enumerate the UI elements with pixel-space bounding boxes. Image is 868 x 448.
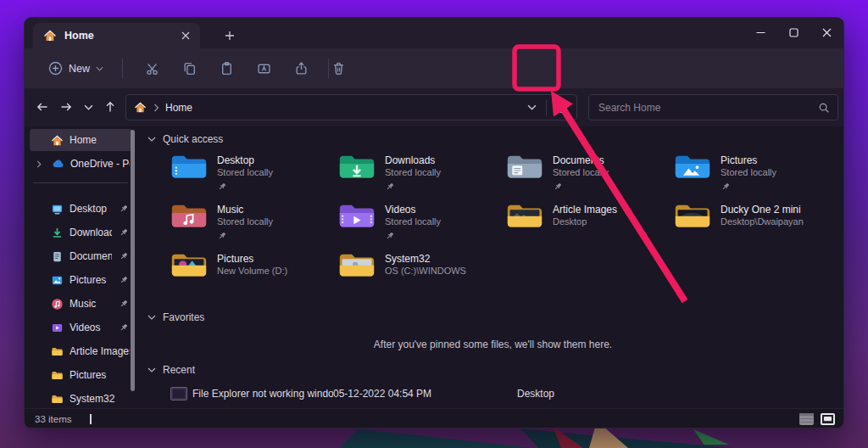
sidebar-item-article-images[interactable]: Article Images xyxy=(30,340,133,362)
tile-music[interactable]: Music Stored locally xyxy=(170,199,338,249)
sidebar-item-pictures-folder[interactable]: Pictures xyxy=(30,364,133,386)
pin-icon xyxy=(385,182,395,192)
copy-button[interactable] xyxy=(172,55,206,82)
tile-desktop[interactable]: Desktop Stored locally xyxy=(170,150,338,199)
tile-detail: Stored locally xyxy=(385,167,441,177)
paste-button[interactable] xyxy=(209,55,243,82)
large-icons-view-button[interactable] xyxy=(821,413,835,425)
plus-icon xyxy=(225,31,235,41)
sidebar-item-label: Videos xyxy=(70,322,112,333)
details-view-button[interactable] xyxy=(799,413,814,425)
folder-media-icon xyxy=(338,251,376,283)
recent-locations-button[interactable] xyxy=(77,95,99,119)
chevron-down-icon[interactable] xyxy=(147,367,156,372)
section-favorites[interactable]: Favorites xyxy=(147,311,204,323)
tile-ducky-one-2-mini[interactable]: Ducky One 2 mini Desktop\Dwaipayan xyxy=(674,199,842,249)
window-controls xyxy=(744,20,843,47)
quick-access-grid: Desktop Stored locally xyxy=(170,150,842,298)
trash-icon xyxy=(331,61,346,76)
tile-detail: Stored locally xyxy=(217,216,273,227)
up-button[interactable] xyxy=(99,95,121,119)
sidebar-separator xyxy=(33,182,128,183)
folder-pictures-icon xyxy=(674,153,711,184)
chevron-down-icon xyxy=(84,104,93,110)
forward-button[interactable] xyxy=(55,95,77,119)
tile-documents[interactable]: Documents Stored locally xyxy=(506,150,674,199)
section-quick-access[interactable]: Quick access xyxy=(147,133,223,145)
tile-pictures-d[interactable]: Pictures New Volume (D:) xyxy=(170,249,338,298)
chevron-down-icon[interactable] xyxy=(147,137,156,142)
folder-videos-icon xyxy=(338,202,376,233)
new-tab-button[interactable] xyxy=(220,26,240,45)
maximize-button[interactable] xyxy=(777,20,810,45)
sidebar-item-downloads[interactable]: Downloads xyxy=(30,221,133,244)
pin-icon xyxy=(119,275,129,285)
sidebar-item-label: Pictures xyxy=(70,369,130,381)
sidebar-scrollbar[interactable] xyxy=(131,130,135,391)
address-bar-row: Home xyxy=(25,88,843,126)
search-input[interactable] xyxy=(597,101,818,115)
tile-videos[interactable]: Videos Stored locally xyxy=(338,199,506,249)
tile-name: Downloads xyxy=(385,154,441,166)
videos-icon xyxy=(51,322,64,334)
tile-detail: Stored locally xyxy=(721,167,776,177)
section-label: Favorites xyxy=(163,311,204,323)
pin-icon xyxy=(119,227,129,238)
sidebar-item-pictures[interactable]: Pictures xyxy=(30,269,133,291)
sidebar-item-home[interactable]: Home xyxy=(30,129,133,151)
pin-icon xyxy=(553,182,563,192)
downloads-icon xyxy=(51,227,64,239)
title-bar[interactable]: Home xyxy=(25,18,843,48)
delete-button[interactable] xyxy=(321,55,355,82)
cut-button[interactable] xyxy=(135,55,169,82)
sidebar-item-music[interactable]: Music xyxy=(30,293,133,315)
recent-file-date: 05-12-2022 04:54 PM xyxy=(333,388,517,400)
sidebar-item-documents[interactable]: Documents xyxy=(30,245,133,267)
share-button[interactable] xyxy=(284,55,318,82)
desktop: Home xyxy=(0,0,868,448)
address-dropdown-button[interactable] xyxy=(522,101,542,114)
search-bar[interactable] xyxy=(588,94,838,120)
folder-media-icon xyxy=(506,202,543,233)
tile-name: Music xyxy=(217,204,273,216)
chevron-right-icon xyxy=(153,104,159,112)
recent-file-row[interactable]: File Explorer not working windows explor… xyxy=(170,384,832,403)
folder-desktop-icon xyxy=(170,153,208,184)
refresh-icon xyxy=(556,102,568,114)
sidebar-item-system32[interactable]: System32 xyxy=(30,388,133,410)
chevron-down-icon xyxy=(527,104,537,110)
sidebar-item-label: System32 xyxy=(70,393,130,405)
back-button[interactable] xyxy=(31,95,53,119)
address-divider xyxy=(546,99,547,116)
close-button[interactable] xyxy=(810,20,843,45)
sidebar-item-label: Desktop xyxy=(70,203,112,215)
chevron-right-icon[interactable] xyxy=(36,160,42,168)
status-caret xyxy=(90,414,92,424)
circle-plus-icon xyxy=(48,61,63,76)
tab-home[interactable]: Home xyxy=(33,23,200,48)
refresh-button[interactable] xyxy=(551,98,573,117)
breadcrumb-item-home[interactable]: Home xyxy=(165,102,192,114)
breadcrumb-bar[interactable]: Home xyxy=(125,94,577,120)
paste-icon xyxy=(220,61,234,76)
new-button[interactable]: New xyxy=(42,56,110,81)
tile-system32[interactable]: System32 OS (C:)\WINDOWS xyxy=(338,249,506,298)
section-recent[interactable]: Recent xyxy=(147,364,195,376)
rename-button[interactable] xyxy=(247,55,281,82)
search-icon xyxy=(818,102,830,114)
tile-pictures[interactable]: Pictures Stored locally xyxy=(674,150,842,199)
tab-close-button[interactable] xyxy=(178,28,193,43)
pin-icon xyxy=(721,182,731,192)
tile-article-images[interactable]: Article Images Desktop xyxy=(506,199,674,249)
sidebar-item-desktop[interactable]: Desktop xyxy=(30,198,133,220)
sidebar-item-onedrive[interactable]: OneDrive - Perso xyxy=(30,153,133,175)
minimize-button[interactable] xyxy=(744,20,777,45)
tile-detail: Desktop\Dwaipayan xyxy=(721,216,804,227)
tile-downloads[interactable]: Downloads Stored locally xyxy=(338,150,506,199)
tile-name: Pictures xyxy=(217,253,287,265)
close-icon xyxy=(822,28,832,37)
tile-detail: New Volume (D:) xyxy=(217,266,287,276)
pin-icon xyxy=(119,251,129,261)
chevron-down-icon[interactable] xyxy=(147,315,156,320)
sidebar-item-videos[interactable]: Videos xyxy=(30,316,133,339)
